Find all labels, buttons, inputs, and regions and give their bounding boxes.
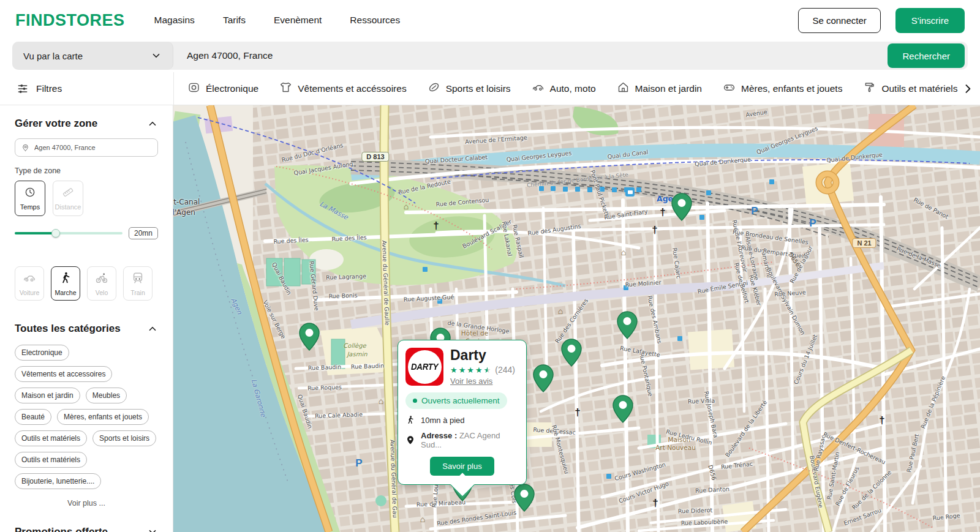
category-label: Auto, moto — [550, 83, 596, 94]
category-chip[interactable]: Beauté — [15, 409, 51, 425]
sidebar: Gérer votre zone Type de zone TempsDista… — [0, 105, 173, 532]
landmark-icon: ⌂ — [558, 306, 563, 316]
signup-button[interactable]: S'inscrire — [895, 8, 965, 33]
category-filter[interactable]: Mères, enfants et jouets — [723, 81, 842, 96]
home-icon — [617, 81, 630, 96]
zone-input-wrapper — [15, 138, 158, 157]
zone-type-temps[interactable]: Temps — [15, 181, 45, 216]
category-chip[interactable]: Maison et jardin — [15, 388, 80, 403]
chevron-up-icon — [147, 323, 158, 334]
travel-mode-options: VoitureMarcheVeloTrain — [15, 266, 158, 301]
promotions-section-header[interactable]: Promotions offerte — [15, 526, 158, 532]
category-chip[interactable]: Mères, enfants et jouets — [57, 409, 149, 425]
nav-item-1[interactable]: Tarifs — [223, 15, 246, 26]
category-filter[interactable]: Sports et loisirs — [428, 81, 511, 96]
transit-stop-icon — [769, 179, 774, 184]
main-nav: MagasinsTarifsEvenèmentRessources — [154, 15, 401, 26]
transit-stop-icon — [575, 187, 580, 192]
travel-mode-train[interactable]: Train — [123, 266, 153, 301]
category-chip[interactable]: Bijouterie, lunetterie.... — [15, 473, 101, 489]
location-search-input[interactable] — [173, 42, 968, 70]
store-map-pin[interactable] — [514, 484, 535, 514]
category-filter[interactable]: Auto, moto — [532, 81, 596, 96]
store-map-pin[interactable] — [671, 193, 692, 223]
category-filter[interactable]: Outils et matériels — [863, 81, 957, 96]
category-chip[interactable]: Vêtements et accessoires — [15, 366, 112, 382]
category-filter[interactable]: Électronique — [187, 81, 258, 96]
tshirt-icon — [279, 81, 292, 96]
map-terrain — [173, 105, 980, 532]
landmark-icon: ⌂ — [621, 247, 626, 257]
store-logo: DARTY — [405, 348, 443, 386]
category-chip[interactable]: Electronique — [15, 345, 69, 361]
category-chips: ElectroniqueVêtements et accessoiresMais… — [15, 345, 158, 489]
landmark-icon: ⌂ — [420, 514, 425, 524]
nav-item-0[interactable]: Magasins — [154, 15, 195, 26]
content: Gérer votre zone Type de zone TempsDista… — [0, 105, 980, 532]
category-chip[interactable]: Outils et matériels — [15, 452, 87, 468]
top-navbar: FINDSTORES MagasinsTarifsEvenèmentRessou… — [0, 0, 980, 40]
brand-logo[interactable]: FINDSTORES — [15, 11, 125, 30]
parking-icon: P — [751, 205, 758, 217]
travel-mode-velo[interactable]: Velo — [87, 266, 116, 301]
transit-stop-icon — [612, 187, 617, 192]
car-icon — [23, 271, 36, 287]
filters-button[interactable]: Filtres — [0, 83, 173, 95]
time-slider[interactable] — [15, 232, 123, 234]
travel-mode-label: Train — [130, 289, 145, 296]
road-badge: N 21 — [852, 238, 876, 248]
categories-section-header[interactable]: Toutes les catégories — [15, 323, 158, 335]
zone-address-input[interactable] — [34, 144, 151, 151]
zone-type-label: Distance — [55, 203, 81, 211]
store-map-pin[interactable] — [617, 311, 638, 342]
church-icon: † — [433, 220, 439, 232]
review-count: (244) — [495, 365, 515, 375]
see-reviews-link[interactable]: Voir les avis — [450, 377, 492, 386]
chevron-right-icon[interactable] — [962, 83, 974, 95]
landmark-icon: ⌂ — [404, 201, 409, 211]
church-icon: † — [575, 406, 580, 419]
travel-mode-marche[interactable]: Marche — [51, 266, 80, 301]
train-icon — [131, 271, 145, 287]
nav-item-2[interactable]: Evenèment — [274, 15, 322, 26]
category-chip[interactable]: Meubles — [86, 388, 127, 403]
chevron-up-icon — [147, 118, 158, 129]
category-bar: ÉlectroniqueVêtements et accéssoiresSpor… — [173, 72, 980, 105]
store-map-pin[interactable] — [533, 364, 554, 395]
see-more-link[interactable]: Voir plus ... — [15, 499, 158, 508]
walk-icon — [59, 271, 72, 287]
store-map-pin[interactable] — [561, 339, 582, 369]
search-submit-button[interactable]: Rechercher — [888, 43, 965, 68]
parking-icon: P — [355, 457, 362, 470]
tools-icon — [863, 81, 876, 96]
filter-row: Filtres ÉlectroniqueVêtements et accésso… — [0, 72, 980, 105]
map-canvas[interactable]: nt-Canald'AgenLa GaronneAgenLa MasseAgen… — [173, 105, 980, 532]
category-filter[interactable]: Vêtements et accéssoires — [279, 81, 406, 96]
view-mode-selector[interactable]: Vu par la carte — [12, 42, 173, 70]
store-rating: ★★★★★ (244) — [450, 365, 515, 375]
categories-title: Toutes les catégories — [15, 323, 121, 335]
location-pin-icon — [405, 435, 415, 445]
store-map-pin[interactable] — [612, 395, 633, 425]
know-more-button[interactable]: Savoir plus — [430, 457, 494, 476]
zone-title: Gérer votre zone — [15, 118, 97, 130]
category-label: Vêtements et accéssoires — [298, 83, 406, 94]
category-filter[interactable]: Maison et jardin — [617, 81, 702, 96]
category-label: Sports et loisirs — [446, 83, 511, 94]
category-chip[interactable]: Sports et loisirs — [92, 430, 156, 446]
zone-type-label: Temps — [20, 203, 40, 211]
zone-type-label: Type de zone — [15, 167, 158, 175]
nav-item-3[interactable]: Ressources — [350, 15, 400, 26]
login-button[interactable]: Se connecter — [798, 8, 880, 33]
store-map-pin[interactable] — [299, 323, 320, 353]
zone-type-distance[interactable]: Distance — [53, 181, 83, 216]
transit-stop-icon — [423, 267, 428, 272]
church-icon: † — [879, 414, 884, 427]
zone-section-header[interactable]: Gérer votre zone — [15, 118, 158, 130]
transit-stop-icon — [600, 187, 605, 192]
sliders-icon — [17, 83, 29, 95]
travel-mode-voiture[interactable]: Voiture — [15, 266, 44, 301]
category-chip[interactable]: Outils et matériels — [15, 430, 87, 446]
time-slider-thumb[interactable] — [51, 229, 60, 238]
transit-stop-icon — [587, 187, 592, 192]
